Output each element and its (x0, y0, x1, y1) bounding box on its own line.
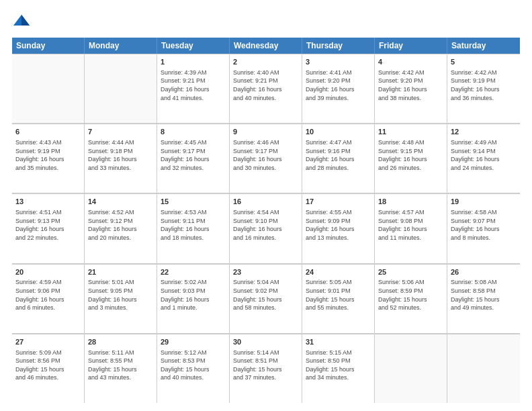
day-number: 9 (233, 127, 298, 137)
calendar-cell: 19Sunrise: 4:58 AM Sunset: 9:07 PM Dayli… (447, 193, 520, 263)
calendar-cell: 28Sunrise: 5:11 AM Sunset: 8:55 PM Dayli… (85, 334, 157, 403)
day-number: 7 (88, 127, 153, 137)
calendar-week-0: 1Sunrise: 4:39 AM Sunset: 9:21 PM Daylig… (12, 54, 520, 124)
day-number: 23 (233, 267, 298, 277)
calendar-cell: 20Sunrise: 4:59 AM Sunset: 9:06 PM Dayli… (12, 264, 85, 333)
day-info: Sunrise: 4:54 AM Sunset: 9:10 PM Dayligh… (233, 208, 298, 242)
calendar-cell: 4Sunrise: 4:42 AM Sunset: 9:20 PM Daylig… (375, 54, 447, 123)
day-info: Sunrise: 4:58 AM Sunset: 9:07 PM Dayligh… (451, 208, 517, 242)
calendar-cell: 17Sunrise: 4:55 AM Sunset: 9:09 PM Dayli… (302, 193, 375, 263)
day-number: 14 (88, 197, 153, 207)
day-number: 27 (15, 337, 81, 347)
calendar-cell: 16Sunrise: 4:54 AM Sunset: 9:10 PM Dayli… (230, 193, 302, 263)
calendar-cell: 27Sunrise: 5:09 AM Sunset: 8:56 PM Dayli… (12, 334, 85, 403)
calendar-cell: 5Sunrise: 4:42 AM Sunset: 9:19 PM Daylig… (447, 54, 520, 123)
day-info: Sunrise: 4:42 AM Sunset: 9:19 PM Dayligh… (451, 68, 517, 102)
day-info: Sunrise: 5:01 AM Sunset: 9:05 PM Dayligh… (88, 278, 153, 312)
calendar-week-3: 20Sunrise: 4:59 AM Sunset: 9:06 PM Dayli… (12, 264, 520, 334)
cal-header-friday: Friday (375, 38, 447, 54)
day-number: 18 (378, 197, 443, 207)
day-info: Sunrise: 5:04 AM Sunset: 9:02 PM Dayligh… (233, 278, 298, 312)
day-number: 19 (451, 197, 517, 207)
day-info: Sunrise: 4:40 AM Sunset: 9:21 PM Dayligh… (233, 68, 298, 102)
day-number: 8 (161, 127, 226, 137)
day-info: Sunrise: 4:59 AM Sunset: 9:06 PM Dayligh… (15, 278, 81, 312)
page: SundayMondayTuesdayWednesdayThursdayFrid… (0, 0, 532, 411)
day-info: Sunrise: 4:52 AM Sunset: 9:12 PM Dayligh… (88, 208, 153, 242)
cal-header-tuesday: Tuesday (157, 38, 230, 54)
calendar-cell: 6Sunrise: 4:43 AM Sunset: 9:19 PM Daylig… (12, 124, 85, 193)
calendar-week-4: 27Sunrise: 5:09 AM Sunset: 8:56 PM Dayli… (12, 334, 520, 403)
day-number: 29 (161, 337, 226, 347)
calendar: SundayMondayTuesdayWednesdayThursdayFrid… (12, 38, 520, 403)
calendar-cell: 12Sunrise: 4:49 AM Sunset: 9:14 PM Dayli… (447, 124, 520, 193)
cal-header-sunday: Sunday (12, 38, 85, 54)
cal-header-saturday: Saturday (447, 38, 520, 54)
calendar-week-1: 6Sunrise: 4:43 AM Sunset: 9:19 PM Daylig… (12, 124, 520, 193)
day-number: 12 (451, 127, 517, 137)
calendar-cell: 29Sunrise: 5:12 AM Sunset: 8:53 PM Dayli… (157, 334, 230, 403)
calendar-cell: 30Sunrise: 5:14 AM Sunset: 8:51 PM Dayli… (230, 334, 302, 403)
day-number: 10 (306, 127, 371, 137)
calendar-header: SundayMondayTuesdayWednesdayThursdayFrid… (12, 38, 520, 54)
day-info: Sunrise: 5:14 AM Sunset: 8:51 PM Dayligh… (233, 349, 298, 382)
calendar-cell: 10Sunrise: 4:47 AM Sunset: 9:16 PM Dayli… (302, 124, 375, 193)
calendar-cell (375, 334, 447, 403)
day-number: 25 (378, 267, 443, 277)
calendar-cell: 11Sunrise: 4:48 AM Sunset: 9:15 PM Dayli… (375, 124, 447, 193)
calendar-cell: 26Sunrise: 5:08 AM Sunset: 8:58 PM Dayli… (447, 264, 520, 333)
day-number: 15 (161, 197, 226, 207)
day-number: 22 (161, 267, 226, 277)
logo (12, 12, 34, 31)
day-number: 16 (233, 197, 298, 207)
calendar-cell: 31Sunrise: 5:15 AM Sunset: 8:50 PM Dayli… (302, 334, 375, 403)
calendar-cell: 1Sunrise: 4:39 AM Sunset: 9:21 PM Daylig… (157, 54, 230, 123)
calendar-cell (12, 54, 85, 123)
day-number: 17 (306, 197, 371, 207)
calendar-cell (85, 54, 157, 123)
day-number: 2 (233, 57, 298, 67)
day-info: Sunrise: 4:43 AM Sunset: 9:19 PM Dayligh… (15, 138, 81, 172)
header (12, 12, 520, 31)
day-info: Sunrise: 4:48 AM Sunset: 9:15 PM Dayligh… (378, 138, 443, 172)
calendar-cell: 18Sunrise: 4:57 AM Sunset: 9:08 PM Dayli… (375, 193, 447, 263)
calendar-cell: 24Sunrise: 5:05 AM Sunset: 9:01 PM Dayli… (302, 264, 375, 333)
calendar-cell: 14Sunrise: 4:52 AM Sunset: 9:12 PM Dayli… (85, 193, 157, 263)
day-number: 6 (15, 127, 81, 137)
day-info: Sunrise: 4:53 AM Sunset: 9:11 PM Dayligh… (161, 208, 226, 242)
calendar-week-2: 13Sunrise: 4:51 AM Sunset: 9:13 PM Dayli… (12, 193, 520, 263)
day-info: Sunrise: 4:51 AM Sunset: 9:13 PM Dayligh… (15, 208, 81, 242)
day-info: Sunrise: 4:42 AM Sunset: 9:20 PM Dayligh… (378, 68, 443, 102)
cal-header-monday: Monday (85, 38, 157, 54)
day-info: Sunrise: 5:12 AM Sunset: 8:53 PM Dayligh… (161, 349, 226, 382)
day-info: Sunrise: 4:49 AM Sunset: 9:14 PM Dayligh… (451, 138, 517, 172)
calendar-cell: 21Sunrise: 5:01 AM Sunset: 9:05 PM Dayli… (85, 264, 157, 333)
day-info: Sunrise: 5:15 AM Sunset: 8:50 PM Dayligh… (306, 349, 371, 382)
day-info: Sunrise: 4:55 AM Sunset: 9:09 PM Dayligh… (306, 208, 371, 242)
day-info: Sunrise: 5:05 AM Sunset: 9:01 PM Dayligh… (306, 278, 371, 312)
day-info: Sunrise: 4:47 AM Sunset: 9:16 PM Dayligh… (306, 138, 371, 172)
calendar-cell (447, 334, 520, 403)
day-number: 13 (15, 197, 81, 207)
day-number: 28 (88, 337, 153, 347)
calendar-cell: 7Sunrise: 4:44 AM Sunset: 9:18 PM Daylig… (85, 124, 157, 193)
day-number: 21 (88, 267, 153, 277)
day-info: Sunrise: 4:41 AM Sunset: 9:20 PM Dayligh… (306, 68, 371, 102)
day-number: 3 (306, 57, 371, 67)
calendar-cell: 3Sunrise: 4:41 AM Sunset: 9:20 PM Daylig… (302, 54, 375, 123)
day-info: Sunrise: 5:08 AM Sunset: 8:58 PM Dayligh… (451, 278, 517, 312)
day-info: Sunrise: 5:02 AM Sunset: 9:03 PM Dayligh… (161, 278, 226, 312)
day-info: Sunrise: 4:39 AM Sunset: 9:21 PM Dayligh… (161, 68, 226, 102)
calendar-cell: 8Sunrise: 4:45 AM Sunset: 9:17 PM Daylig… (157, 124, 230, 193)
day-info: Sunrise: 4:44 AM Sunset: 9:18 PM Dayligh… (88, 138, 153, 172)
calendar-cell: 13Sunrise: 4:51 AM Sunset: 9:13 PM Dayli… (12, 193, 85, 263)
calendar-body: 1Sunrise: 4:39 AM Sunset: 9:21 PM Daylig… (12, 54, 520, 403)
logo-icon (12, 12, 31, 31)
calendar-cell: 22Sunrise: 5:02 AM Sunset: 9:03 PM Dayli… (157, 264, 230, 333)
svg-marker-1 (21, 15, 30, 26)
day-info: Sunrise: 4:57 AM Sunset: 9:08 PM Dayligh… (378, 208, 443, 242)
cal-header-thursday: Thursday (302, 38, 375, 54)
day-number: 5 (451, 57, 517, 67)
calendar-cell: 9Sunrise: 4:46 AM Sunset: 9:17 PM Daylig… (230, 124, 302, 193)
calendar-cell: 2Sunrise: 4:40 AM Sunset: 9:21 PM Daylig… (230, 54, 302, 123)
